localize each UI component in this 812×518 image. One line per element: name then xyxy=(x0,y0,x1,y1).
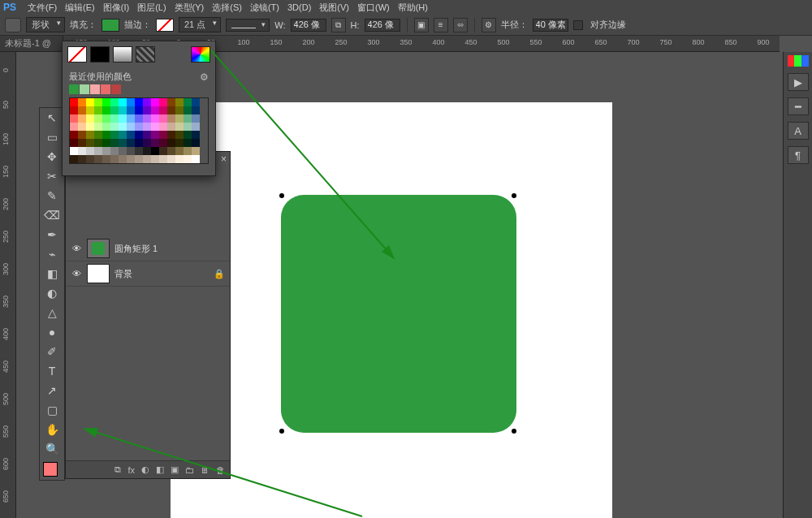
tool-button[interactable]: ⌁ xyxy=(40,244,64,264)
color-swatch[interactable] xyxy=(110,139,119,147)
color-swatch[interactable] xyxy=(192,139,200,147)
color-swatch[interactable] xyxy=(151,106,159,114)
color-swatch[interactable] xyxy=(143,98,151,106)
menu-edit[interactable]: 编辑(E) xyxy=(65,2,95,14)
color-swatch[interactable] xyxy=(175,131,184,139)
color-swatch[interactable] xyxy=(70,155,78,163)
tool-button[interactable]: △ xyxy=(40,303,64,322)
color-swatch[interactable] xyxy=(167,155,175,163)
color-swatch[interactable] xyxy=(159,155,167,163)
color-swatch[interactable] xyxy=(94,114,102,123)
color-swatch[interactable] xyxy=(78,147,86,155)
tool-button[interactable]: ⌫ xyxy=(40,205,64,225)
lock-icon[interactable]: 🔒 xyxy=(214,269,225,279)
shape-mode-dropdown[interactable]: 形状 xyxy=(26,17,65,32)
color-swatch[interactable] xyxy=(86,155,94,163)
color-swatch[interactable] xyxy=(143,155,151,163)
pattern-icon[interactable] xyxy=(136,46,155,63)
color-swatch[interactable] xyxy=(127,131,135,139)
color-swatch[interactable] xyxy=(192,155,200,163)
active-tool-icon[interactable] xyxy=(5,18,21,32)
link-wh-icon[interactable]: ⧉ xyxy=(331,18,346,32)
color-swatch[interactable] xyxy=(78,139,86,147)
dash-icon[interactable]: ━ xyxy=(788,97,809,115)
color-swatch[interactable] xyxy=(159,106,167,114)
color-swatch[interactable] xyxy=(175,98,184,106)
color-swatch[interactable] xyxy=(151,155,159,163)
color-swatch[interactable] xyxy=(78,131,86,139)
color-swatch[interactable] xyxy=(159,131,167,139)
recent-color-swatch[interactable] xyxy=(90,84,100,94)
color-swatch[interactable] xyxy=(184,123,192,131)
layers-footer-icon[interactable]: 🗀 xyxy=(185,465,194,475)
color-swatch[interactable] xyxy=(127,106,135,114)
recent-color-swatch[interactable] xyxy=(111,84,121,94)
color-swatch[interactable] xyxy=(110,98,119,106)
layer-name[interactable]: 背景 xyxy=(114,268,132,280)
color-swatch[interactable] xyxy=(119,98,127,106)
color-swatch[interactable] xyxy=(143,114,151,123)
layers-footer-icon[interactable]: 🗑 xyxy=(216,465,225,475)
tool-button[interactable]: T xyxy=(40,361,64,381)
color-swatch[interactable] xyxy=(70,147,78,155)
color-swatch[interactable] xyxy=(86,98,94,106)
color-swatch[interactable] xyxy=(135,139,143,147)
color-swatch[interactable] xyxy=(70,98,78,106)
color-swatch[interactable] xyxy=(184,155,192,163)
color-swatch[interactable] xyxy=(151,139,159,147)
color-swatch[interactable] xyxy=(175,155,184,163)
color-swatch[interactable] xyxy=(94,106,102,114)
color-swatch[interactable] xyxy=(94,155,102,163)
tool-button[interactable]: ✋ xyxy=(40,420,64,439)
rounded-rectangle-shape[interactable] xyxy=(281,195,516,433)
layers-footer-icon[interactable]: ◐ xyxy=(141,464,149,475)
color-swatch[interactable] xyxy=(159,123,167,131)
transform-handle[interactable] xyxy=(512,429,516,434)
color-swatch[interactable] xyxy=(167,147,175,155)
align-edges-checkbox[interactable] xyxy=(573,20,583,30)
color-swatch[interactable] xyxy=(184,139,192,147)
menu-layer[interactable]: 图层(L) xyxy=(137,2,166,14)
color-swatch[interactable] xyxy=(151,131,159,139)
layer-thumbnail[interactable] xyxy=(87,239,110,258)
color-swatch[interactable] xyxy=(110,123,119,131)
color-swatch[interactable] xyxy=(159,139,167,147)
color-swatch[interactable] xyxy=(143,147,151,155)
color-swatch[interactable] xyxy=(159,98,167,106)
menu-3d[interactable]: 3D(D) xyxy=(287,2,311,12)
color-swatch[interactable] xyxy=(110,114,119,123)
color-swatch[interactable] xyxy=(167,114,175,123)
menu-select[interactable]: 选择(S) xyxy=(212,2,242,14)
color-swatch[interactable] xyxy=(78,98,86,106)
color-swatch[interactable] xyxy=(86,147,94,155)
menu-window[interactable]: 窗口(W) xyxy=(357,2,390,14)
color-swatch[interactable] xyxy=(159,147,167,155)
color-swatch[interactable] xyxy=(94,98,102,106)
color-swatch[interactable] xyxy=(127,147,135,155)
color-swatch[interactable] xyxy=(192,114,200,123)
tool-button[interactable]: ✥ xyxy=(40,147,64,166)
color-swatch[interactable] xyxy=(167,123,175,131)
tool-button[interactable]: 🔍 xyxy=(40,439,64,459)
color-swatch[interactable] xyxy=(86,131,94,139)
color-swatch[interactable] xyxy=(102,139,110,147)
canvas[interactable] xyxy=(171,102,612,518)
color-swatch[interactable] xyxy=(143,123,151,131)
color-swatch[interactable] xyxy=(127,139,135,147)
color-swatch[interactable] xyxy=(102,147,110,155)
color-swatch[interactable] xyxy=(192,123,200,131)
color-swatch[interactable] xyxy=(102,114,110,123)
color-swatch[interactable] xyxy=(70,106,78,114)
color-swatch[interactable] xyxy=(127,114,135,123)
recent-color-swatch[interactable] xyxy=(101,84,110,94)
color-swatch[interactable] xyxy=(78,155,86,163)
color-swatch[interactable] xyxy=(94,139,102,147)
color-swatch[interactable] xyxy=(86,114,94,123)
color-swatch[interactable] xyxy=(135,114,143,123)
layers-footer-icon[interactable]: ▣ xyxy=(171,464,179,475)
path-operations-icon[interactable]: ▣ xyxy=(414,18,429,32)
color-swatch[interactable] xyxy=(192,106,200,114)
color-swatch[interactable] xyxy=(102,155,110,163)
color-swatch[interactable] xyxy=(167,131,175,139)
color-swatch[interactable] xyxy=(127,98,135,106)
